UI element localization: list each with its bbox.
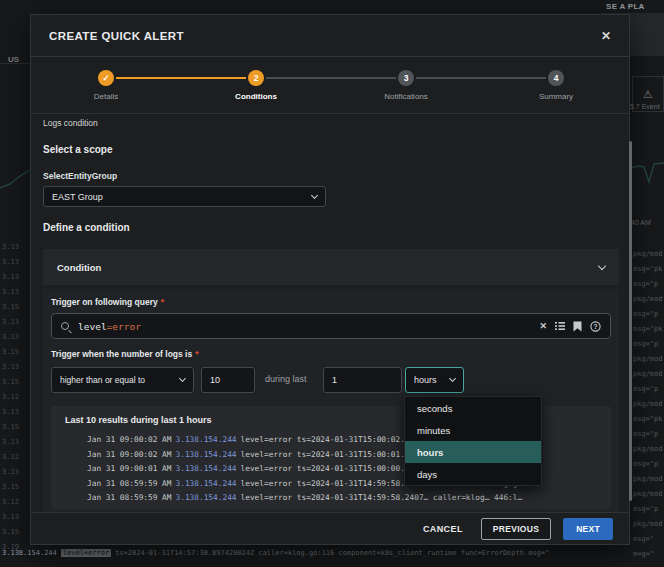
stepper-step-notifications[interactable]: 3Notifications (331, 63, 481, 101)
background-time-label: 40 AM (631, 219, 651, 226)
background-log-fragment: 3.15 (2, 303, 19, 311)
background-log-fragment: pkg/mod (633, 295, 663, 303)
dialog-title: CREATE QUICK ALERT (49, 30, 184, 42)
unit-select[interactable]: hours (405, 367, 464, 393)
during-last-label: during last (265, 374, 307, 384)
menu-option-days[interactable]: days (405, 463, 541, 485)
clear-icon[interactable]: ✕ (539, 322, 547, 331)
background-log-fragment: pkg/mod (633, 370, 663, 378)
background-log-fragment: msg="p (633, 430, 658, 438)
background-log-fragment: 3.13 (2, 258, 19, 266)
dialog-footer: CANCEL PREVIOUS NEXT (31, 512, 629, 544)
background-log-fragment: 3.12 (2, 498, 19, 506)
log-ip-link[interactable]: 3.138.154.244 (176, 464, 237, 473)
close-icon[interactable]: ✕ (601, 29, 611, 43)
background-log-fragment: 3.13 (2, 468, 19, 476)
background-log-fragment: 3.13 (2, 513, 19, 521)
condition-heading: Define a condition (43, 222, 130, 233)
divider (31, 113, 629, 114)
entity-group-label: SelectEntityGroup (43, 171, 117, 181)
log-timestamp: Jan 31 09:00:02 AM (87, 450, 172, 459)
background-log-fragment: 3.13 (2, 333, 19, 341)
warning-triangle-icon: ⚠ (643, 88, 653, 101)
chevron-down-icon (598, 261, 606, 269)
help-icon[interactable]: ? (590, 321, 601, 332)
background-log-fragment: pkg/mod (633, 400, 663, 408)
scope-heading: Select a scope (43, 144, 112, 155)
background-log-fragment: msg="p (633, 310, 658, 318)
background-log-fragment: msg="p (633, 340, 658, 348)
background-log-fragment: msg="pk (633, 325, 663, 333)
log-ip: 3.138.154.244 (2, 549, 57, 557)
background-log-fragment: msg=" (633, 535, 654, 543)
chevron-down-icon (311, 191, 318, 198)
threshold-input[interactable] (201, 367, 255, 393)
background-log-fragment: pkg/mod (633, 520, 663, 528)
stepper-step-label: Details (94, 92, 118, 101)
duration-input[interactable] (323, 367, 402, 393)
background-log-fragment: msg="p (633, 505, 658, 513)
background-log-fragment: 3.15 (2, 483, 19, 491)
background-log-fragment: 3.13 (2, 273, 19, 281)
log-timestamp: Jan 31 09:00:02 AM (87, 435, 172, 444)
condition-panel-title: Condition (57, 262, 101, 273)
background-chart-fragment (630, 150, 664, 195)
bookmark-icon[interactable] (573, 321, 582, 332)
page: SE A PLA US ⚠ 5.7 Event 40 AM 3.133.133.… (0, 0, 664, 567)
stepper-step-summary[interactable]: 4Summary (481, 63, 631, 101)
log-text: ts=2024-01-31T14:57:30.897428024Z caller… (115, 549, 549, 557)
stepper-step-label: Notifications (384, 92, 428, 101)
query-list-icon[interactable] (555, 321, 565, 331)
log-result-row: Jan 31 08:59:59 AM3.138.154.244level=err… (87, 491, 605, 506)
background-log-fragment: 3.12 (2, 453, 19, 461)
background-log-fragment: 3.13 (2, 288, 19, 296)
background-log-fragment: 3.15 (2, 423, 19, 431)
required-asterisk: * (195, 349, 198, 359)
log-ip-link[interactable]: 3.138.154.244 (176, 450, 237, 459)
background-log-fragment: pkg/mod (633, 475, 663, 483)
background-log-fragment: 3.15 (2, 528, 19, 536)
wizard-stepper: ✓Details2Conditions3Notifications4Summar… (31, 63, 631, 111)
trigger-controls-row: higher than or equal to during last hour… (43, 367, 619, 393)
query-input[interactable]: level=error ✕ ? (51, 313, 611, 339)
query-label: Trigger on following query* (51, 297, 164, 307)
cancel-button[interactable]: CANCEL (417, 520, 469, 538)
background-log-fragment: 3.13 (2, 318, 19, 326)
step-number: 2 (248, 70, 264, 86)
log-timestamp: Jan 31 09:00:01 AM (87, 464, 172, 473)
menu-option-minutes[interactable]: minutes (405, 419, 541, 441)
entity-group-select[interactable]: EAST Group (43, 186, 326, 207)
stepper-step-conditions[interactable]: 2Conditions (181, 63, 331, 101)
results-title: Last 10 results during last 1 hours (65, 415, 212, 425)
condition-accordion-header[interactable]: Condition (43, 249, 619, 285)
menu-option-hours[interactable]: hours (405, 441, 541, 463)
divider (0, 63, 30, 64)
background-log-fragment: msg="pk (633, 415, 663, 423)
required-asterisk: * (161, 297, 164, 307)
menu-option-seconds[interactable]: seconds (405, 397, 541, 419)
stepper-step-details[interactable]: ✓Details (31, 63, 181, 101)
background-log-fragment: msg="p (633, 280, 658, 288)
svg-text:?: ? (594, 322, 598, 329)
dialog-scrollbar[interactable] (629, 141, 632, 501)
chevron-down-icon (179, 375, 186, 382)
background-log-line: 3.138.154.244level=errorts=2024-01-31T14… (2, 549, 662, 557)
chevron-down-icon (449, 375, 456, 382)
previous-button[interactable]: PREVIOUS (481, 518, 551, 540)
stepper-step-label: Conditions (235, 92, 277, 101)
log-timestamp: Jan 31 08:59:59 AM (87, 479, 172, 488)
logs-condition-label: Logs condition (43, 118, 98, 128)
background-log-fragment: pkg/mod (633, 445, 663, 453)
next-button[interactable]: NEXT (563, 518, 613, 540)
search-icon (61, 322, 69, 330)
log-highlight: level=error (61, 549, 111, 557)
check-icon: ✓ (98, 70, 114, 86)
log-ip-link[interactable]: 3.138.154.244 (176, 435, 237, 444)
query-toolbar: ✕ ? (539, 321, 601, 332)
log-ip-link[interactable]: 3.138.154.244 (176, 493, 237, 502)
operator-select[interactable]: higher than or equal to (51, 367, 194, 393)
background-log-fragment: 3.15 (2, 348, 19, 356)
log-message: level=error ts=2024-01-31T14:59:58.2407…… (241, 493, 523, 502)
log-ip-link[interactable]: 3.138.154.244 (176, 479, 237, 488)
step-number: 4 (548, 70, 564, 86)
